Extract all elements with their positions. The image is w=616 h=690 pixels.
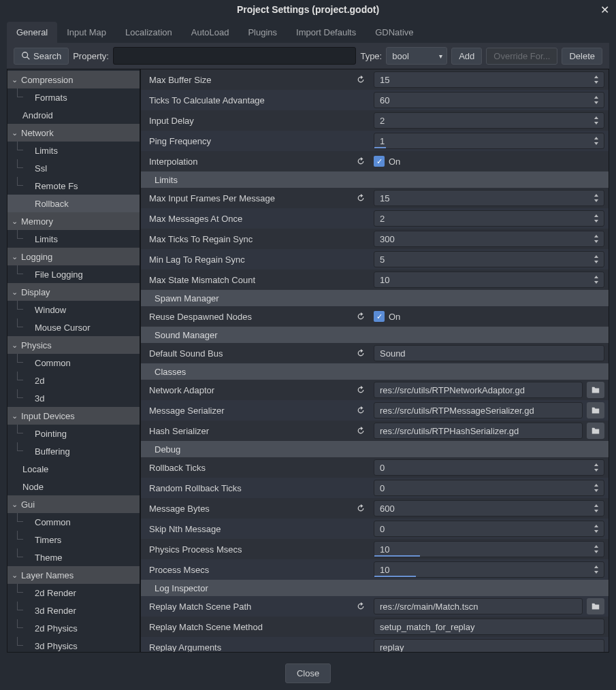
folder-icon[interactable] — [587, 382, 604, 398]
tree-node[interactable]: Node — [7, 478, 140, 495]
stepper-icon[interactable] — [593, 95, 600, 105]
tree-theme[interactable]: Theme — [7, 548, 140, 566]
stepper-icon[interactable] — [593, 462, 600, 473]
close-icon[interactable]: ✕ — [600, 3, 609, 16]
tree-3d[interactable]: 3d — [7, 389, 140, 407]
reset-icon[interactable] — [356, 385, 374, 395]
reset-icon[interactable] — [356, 157, 374, 166]
file-input[interactable]: res://src/main/Match.tscn — [374, 598, 583, 614]
reset-icon[interactable] — [356, 75, 374, 84]
number-input[interactable]: 1 — [374, 133, 604, 149]
tree-formats[interactable]: Formats — [7, 88, 140, 106]
tab-plugins[interactable]: Plugins — [238, 22, 287, 43]
tree-rollback[interactable]: Rollback — [7, 195, 140, 212]
tree-ssl[interactable]: Ssl — [7, 159, 140, 177]
reset-icon[interactable] — [356, 406, 374, 415]
stepper-icon[interactable] — [593, 115, 600, 126]
file-input[interactable]: res://src/utils/RTPHashSerializer.gd — [374, 423, 583, 439]
tab-gdnative[interactable]: GDNative — [366, 22, 423, 43]
property-input[interactable] — [113, 47, 356, 65]
stepper-icon[interactable] — [593, 233, 600, 244]
tree-2d-physics[interactable]: 2d Physics — [7, 619, 140, 637]
stepper-icon[interactable] — [593, 213, 600, 224]
tree-limits[interactable]: Limits — [7, 230, 140, 248]
number-input[interactable]: 2 — [374, 210, 604, 227]
number-input[interactable]: 10 — [374, 561, 604, 578]
folder-icon[interactable] — [587, 423, 604, 439]
number-input[interactable]: 300 — [374, 231, 604, 247]
tree-gui[interactable]: ⌄Gui — [7, 495, 140, 513]
stepper-icon[interactable] — [593, 74, 600, 85]
checkbox[interactable]: ✓On — [374, 156, 400, 167]
text-input[interactable]: Sound — [374, 345, 604, 361]
tree-input-devices[interactable]: ⌄Input Devices — [7, 407, 140, 425]
reset-icon[interactable] — [356, 504, 374, 513]
reset-icon[interactable] — [356, 426, 374, 436]
tree-layer-names[interactable]: ⌄Layer Names — [7, 566, 140, 584]
file-input[interactable]: res://src/utils/RTPNetworkAdaptor.gd — [374, 382, 583, 398]
search-button[interactable]: Search — [14, 48, 69, 65]
tree-2d-render[interactable]: 2d Render — [7, 584, 140, 602]
number-input[interactable]: 600 — [374, 500, 604, 516]
tree-logging[interactable]: ⌄Logging — [7, 248, 140, 265]
tree-memory[interactable]: ⌄Memory — [7, 212, 140, 230]
stepper-icon[interactable] — [593, 254, 600, 265]
tree-3d-render[interactable]: 3d Render — [7, 602, 140, 619]
tree-window[interactable]: Window — [7, 301, 140, 318]
stepper-icon[interactable] — [593, 482, 600, 493]
tree-timers[interactable]: Timers — [7, 531, 140, 548]
tree-pointing[interactable]: Pointing — [7, 425, 140, 442]
stepper-icon[interactable] — [593, 503, 600, 514]
tree-compression[interactable]: ⌄Compression — [7, 71, 140, 88]
reset-icon[interactable] — [356, 348, 374, 358]
tree-common[interactable]: Common — [7, 513, 140, 531]
tree-locale[interactable]: Locale — [7, 460, 140, 478]
tree-physics[interactable]: ⌄Physics — [7, 336, 140, 354]
checkbox[interactable]: ✓On — [374, 311, 400, 322]
stepper-icon[interactable] — [593, 544, 600, 555]
text-input[interactable]: setup_match_for_replay — [374, 619, 604, 635]
tree-2d[interactable]: 2d — [7, 372, 140, 389]
stepper-icon[interactable] — [593, 193, 600, 203]
folder-icon[interactable] — [587, 598, 604, 614]
tree-remote-fs[interactable]: Remote Fs — [7, 177, 140, 195]
tree-buffering[interactable]: Buffering — [7, 442, 140, 460]
tab-import-defaults[interactable]: Import Defaults — [287, 22, 366, 43]
stepper-icon[interactable] — [593, 135, 600, 146]
stepper-icon[interactable] — [593, 523, 600, 534]
number-input[interactable]: 15 — [374, 71, 604, 88]
tree-file-logging[interactable]: File Logging — [7, 265, 140, 283]
text-input[interactable]: replay — [374, 639, 604, 653]
number-input[interactable]: 0 — [374, 480, 604, 496]
tree-common[interactable]: Common — [7, 354, 140, 372]
tree-mouse-cursor[interactable]: Mouse Cursor — [7, 318, 140, 336]
tree-network[interactable]: ⌄Network — [7, 124, 140, 142]
file-input[interactable]: res://src/utils/RTPMessageSerializer.gd — [374, 402, 583, 418]
tab-localization[interactable]: Localization — [116, 22, 182, 43]
number-input[interactable]: 2 — [374, 112, 604, 129]
delete-button[interactable]: Delete — [562, 48, 602, 65]
number-input[interactable]: 0 — [374, 521, 604, 537]
number-input[interactable]: 15 — [374, 190, 604, 206]
add-button[interactable]: Add — [451, 48, 482, 65]
override-button[interactable]: Override For... — [486, 48, 557, 65]
tab-input-map[interactable]: Input Map — [57, 22, 116, 43]
folder-icon[interactable] — [587, 402, 604, 418]
tree-3d-physics[interactable]: 3d Physics — [7, 637, 140, 653]
stepper-icon[interactable] — [593, 564, 600, 575]
tree-android[interactable]: Android — [7, 106, 140, 124]
number-input[interactable]: 5 — [374, 251, 604, 267]
category-tree[interactable]: ⌄CompressionFormatsAndroid⌄NetworkLimits… — [7, 69, 140, 653]
stepper-icon[interactable] — [593, 274, 600, 285]
tree-display[interactable]: ⌄Display — [7, 283, 140, 301]
tab-general[interactable]: General — [7, 22, 57, 43]
number-input[interactable]: 10 — [374, 272, 604, 288]
number-input[interactable]: 10 — [374, 541, 604, 557]
type-select[interactable]: bool — [386, 47, 447, 65]
number-input[interactable]: 0 — [374, 459, 604, 476]
close-button[interactable]: Close — [285, 663, 331, 683]
reset-icon[interactable] — [356, 602, 374, 611]
number-input[interactable]: 60 — [374, 92, 604, 108]
tab-autoload[interactable]: AutoLoad — [182, 22, 239, 43]
reset-icon[interactable] — [356, 312, 374, 321]
